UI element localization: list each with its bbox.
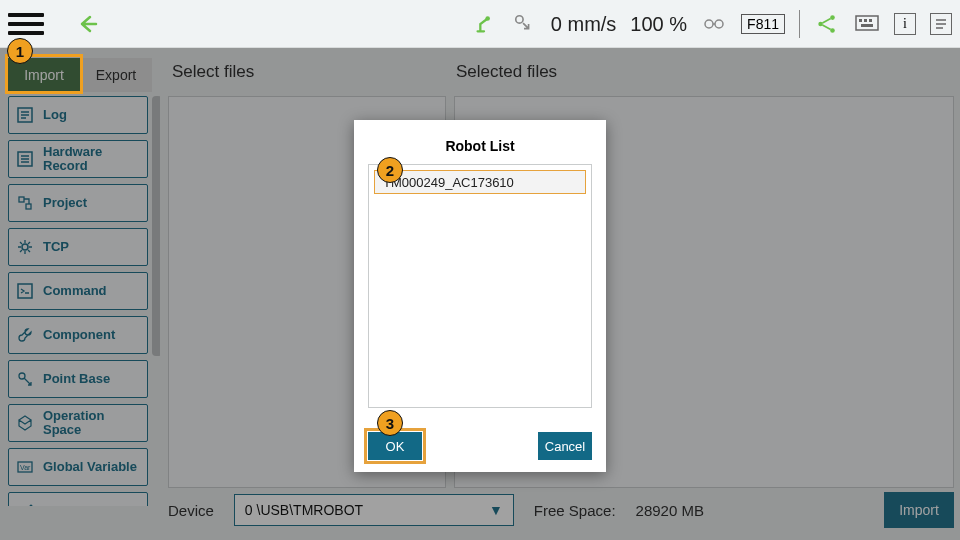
topbar: 0 mm/s 100 % F811 i	[0, 0, 960, 48]
info-icon[interactable]: i	[894, 13, 916, 35]
callout-1: 1	[7, 38, 33, 64]
cancel-button[interactable]: Cancel	[538, 432, 592, 460]
document-icon[interactable]	[930, 13, 952, 35]
speed-icon	[511, 11, 537, 37]
callout-2: 2	[377, 157, 403, 183]
svg-point-1	[516, 16, 523, 23]
svg-point-3	[715, 20, 723, 28]
network-icon[interactable]	[814, 11, 840, 37]
callout-3: 3	[377, 410, 403, 436]
menu-icon[interactable]	[8, 6, 44, 42]
svg-rect-8	[859, 19, 862, 22]
back-button[interactable]	[74, 10, 102, 38]
status-bar: 0 mm/s 100 % F811 i	[471, 0, 952, 48]
robot-list-item[interactable]: TM000249_AC173610	[374, 170, 586, 194]
svg-point-2	[705, 20, 713, 28]
svg-rect-7	[856, 16, 878, 30]
error-code[interactable]: F811	[741, 14, 785, 34]
divider	[799, 10, 800, 38]
svg-rect-9	[864, 19, 867, 22]
robot-arm-icon	[471, 11, 497, 37]
override-value: 100 %	[630, 13, 687, 36]
glasses-icon	[701, 11, 727, 37]
svg-point-0	[485, 16, 490, 21]
keyboard-icon[interactable]	[854, 11, 880, 37]
speed-value: 0 mm/s	[551, 13, 617, 36]
robot-list-box: TM000249_AC173610	[368, 164, 592, 408]
ok-button[interactable]: OK	[368, 432, 422, 460]
svg-rect-11	[861, 24, 873, 27]
modal-button-row: OK Cancel	[368, 432, 592, 460]
svg-rect-10	[869, 19, 872, 22]
